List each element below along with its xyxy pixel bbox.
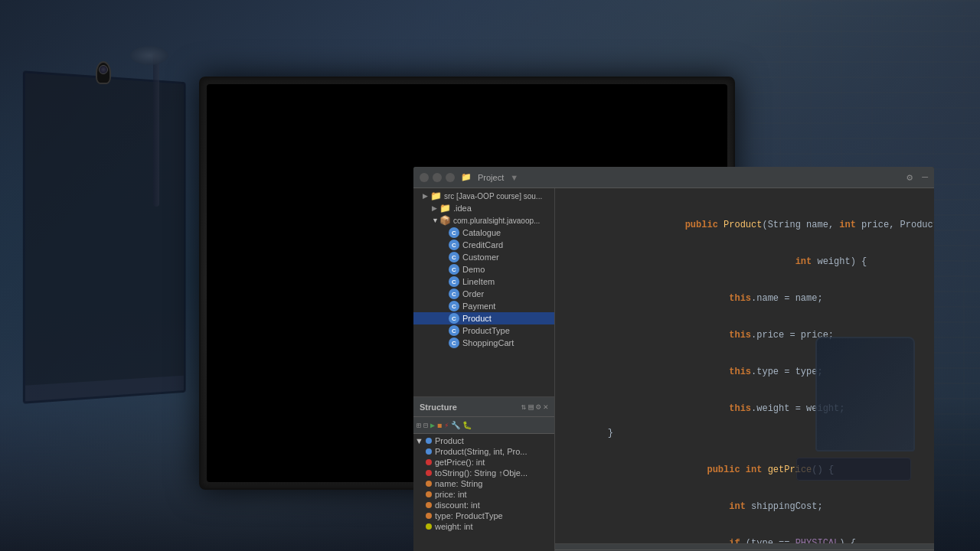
- struct-toolbar-row: ⊞ ⊟ ▶ ◼ ⚡ 🔧 🐛: [413, 417, 554, 434]
- struct-btn7[interactable]: 🐛: [462, 421, 472, 430]
- producttype-label: ProductType: [462, 326, 510, 335]
- creditcard-label: CreditCard: [462, 240, 503, 249]
- struct-name[interactable]: name: String: [413, 478, 554, 489]
- tree-item-catalogue[interactable]: C Catalogue: [413, 227, 554, 239]
- struct-tostring-label: toString(): String ↑Obje...: [435, 468, 528, 478]
- main-monitor-bezel: 📁 Project ▼ ⚙ —: [199, 77, 735, 490]
- product-label: Product: [462, 314, 492, 323]
- struct-btn4[interactable]: ◼: [437, 421, 442, 430]
- order-label: Order: [462, 289, 484, 298]
- close-panel-icon[interactable]: —: [922, 171, 928, 184]
- struct-icon-price: [426, 491, 432, 497]
- code-line: this.name = name;: [555, 280, 934, 317]
- code-line: int weight) {: [555, 243, 934, 280]
- struct-icon-constructor: [426, 448, 432, 455]
- struct-btn2[interactable]: ⊟: [423, 421, 428, 430]
- structure-title: Structure: [420, 403, 457, 412]
- title-bar-actions: ⚙ —: [906, 171, 928, 184]
- folder-icon: 📁: [461, 172, 472, 182]
- lamp-head: [130, 46, 168, 65]
- struct-btn1[interactable]: ⊞: [416, 421, 421, 430]
- class-icon-demo: C: [449, 264, 459, 275]
- structure-tree[interactable]: ▼ Product Product(String, int, Pro...: [413, 434, 554, 551]
- code-line: if (type == PHYSICAL) {: [555, 525, 934, 543]
- chair-back: [815, 337, 915, 452]
- settings-icon-struct[interactable]: ⚙: [536, 402, 541, 412]
- catalogue-label: Catalogue: [462, 228, 501, 237]
- tree-item-com[interactable]: ▼ 📦 com.pluralsight.javaoop...: [413, 214, 554, 227]
- struct-getprice[interactable]: getPrice(): int: [413, 457, 554, 468]
- window-btn[interactable]: [446, 173, 455, 182]
- close-struct-icon[interactable]: ✕: [543, 402, 548, 412]
- tree-item-src[interactable]: ▶ 📁 src [Java-OOP course] sou...: [413, 190, 554, 202]
- lineitem-label: LineItem: [462, 277, 495, 286]
- struct-price-label: price: int: [435, 490, 467, 499]
- project-tree[interactable]: ▶ 📁 src [Java-OOP course] sou... ▶ 📁 .id…: [413, 188, 554, 396]
- struct-btn3[interactable]: ▶: [430, 421, 435, 430]
- package-icon-com: 📦: [439, 215, 450, 226]
- struct-root[interactable]: ▼ Product: [413, 435, 554, 446]
- window-btn[interactable]: [420, 173, 429, 182]
- title-arrow: ▼: [510, 173, 518, 182]
- tree-item-creditcard[interactable]: C CreditCard: [413, 239, 554, 251]
- window-controls: [420, 173, 455, 182]
- class-icon-customer: C: [449, 252, 459, 262]
- folder-icon-idea: 📁: [439, 203, 450, 214]
- struct-icon-root: [426, 438, 432, 444]
- group-icon[interactable]: ▤: [528, 402, 534, 412]
- struct-weight[interactable]: weight: int: [413, 521, 554, 532]
- left-monitor-screen: [25, 73, 184, 386]
- structure-toolbar: ⇅ ▤ ⚙ ✕: [521, 402, 549, 412]
- struct-price[interactable]: price: int: [413, 489, 554, 500]
- tree-item-product[interactable]: C Product: [413, 312, 554, 324]
- tree-item-demo[interactable]: C Demo: [413, 263, 554, 276]
- idea-label: .idea: [453, 204, 472, 213]
- main-monitor-inner: 📁 Project ▼ ⚙ —: [207, 84, 727, 482]
- tree-item-producttype[interactable]: C ProductType: [413, 324, 554, 337]
- sort-icon[interactable]: ⇅: [521, 402, 527, 412]
- class-icon-product: C: [449, 313, 459, 324]
- title-project-label: Project: [478, 173, 504, 182]
- src-label: src [Java-OOP course] sou...: [444, 192, 542, 201]
- tree-item-customer[interactable]: C Customer: [413, 251, 554, 263]
- struct-icon-discount: [426, 502, 432, 508]
- com-label: com.pluralsight.javaoop...: [453, 217, 540, 225]
- payment-label: Payment: [462, 302, 495, 311]
- tree-item-order[interactable]: C Order: [413, 288, 554, 300]
- class-icon-creditcard: C: [449, 240, 459, 250]
- struct-discount-label: discount: int: [435, 500, 480, 510]
- class-icon-shoppingcart: C: [449, 337, 459, 348]
- settings-icon[interactable]: ⚙: [906, 171, 913, 184]
- horizontal-scrollbar[interactable]: [555, 543, 934, 549]
- struct-name-label: name: String: [435, 479, 482, 488]
- struct-constructor-label: Product(String, int, Pro...: [435, 447, 527, 456]
- struct-icon-getprice: [426, 459, 432, 465]
- window-btn[interactable]: [433, 173, 442, 182]
- webcam: [96, 61, 111, 84]
- struct-weight-label: weight: int: [435, 522, 473, 531]
- struct-constructor[interactable]: Product(String, int, Pro...: [413, 446, 554, 457]
- code-line: [555, 194, 934, 207]
- left-monitor: [23, 70, 186, 403]
- tree-item-lineitem[interactable]: C LineItem: [413, 276, 554, 288]
- class-icon-lineitem: C: [449, 276, 459, 287]
- struct-icon-weight: [426, 523, 432, 530]
- struct-discount[interactable]: discount: int: [413, 500, 554, 510]
- class-icon-payment: C: [449, 301, 459, 311]
- structure-panel-icons: ⇅ ▤ ⚙ ✕: [521, 402, 549, 412]
- code-line: public Product(String name, int price, P…: [555, 207, 934, 243]
- tree-item-payment[interactable]: C Payment: [413, 300, 554, 312]
- chair: [796, 337, 934, 505]
- customer-label: Customer: [462, 253, 499, 262]
- folder-icon-src: 📁: [430, 191, 441, 201]
- tree-item-idea[interactable]: ▶ 📁 .idea: [413, 202, 554, 214]
- struct-type[interactable]: type: ProductType: [413, 510, 554, 521]
- structure-panel: Structure ⇅ ▤ ⚙ ✕: [413, 396, 554, 551]
- tree-item-shoppingcart[interactable]: C ShoppingCart: [413, 337, 554, 349]
- struct-btn6[interactable]: 🔧: [451, 421, 460, 430]
- title-bar: 📁 Project ▼ ⚙ —: [413, 167, 934, 188]
- demo-label: Demo: [462, 265, 485, 274]
- struct-tostring[interactable]: toString(): String ↑Obje...: [413, 468, 554, 478]
- webcam-lens: [99, 65, 108, 74]
- struct-btn5[interactable]: ⚡: [444, 421, 449, 430]
